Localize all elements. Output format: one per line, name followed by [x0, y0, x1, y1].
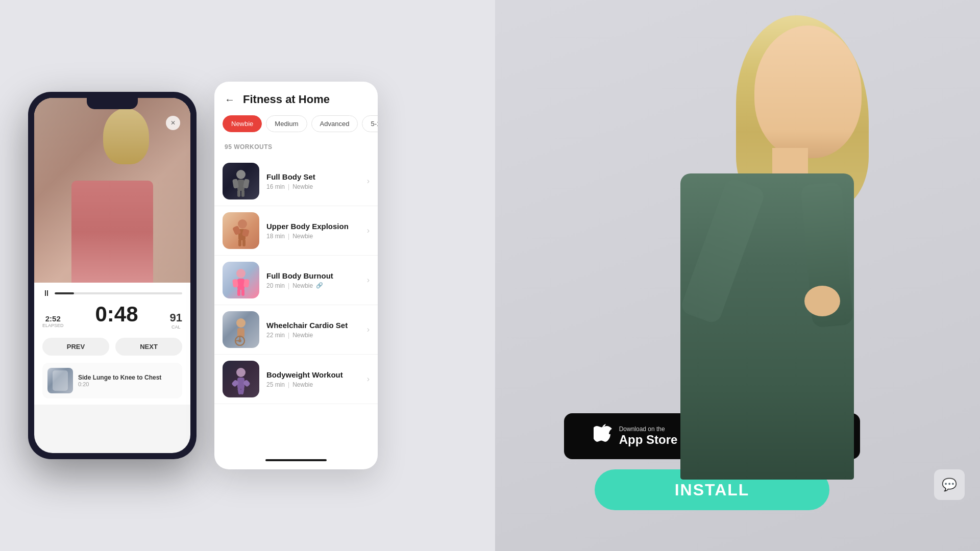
workout-thumb-2: [223, 212, 259, 249]
apple-icon: [594, 424, 612, 449]
svg-point-0: [236, 170, 246, 179]
svg-rect-22: [239, 336, 240, 341]
svg-rect-10: [238, 239, 241, 246]
workout-info-2: Upper Body Explosion 18 min | Newbie: [266, 222, 363, 240]
workout-meta-5: 25 min | Newbie: [266, 381, 363, 388]
page-container: Download on the App Store: [0, 0, 980, 551]
phone-cal-number: 91: [170, 311, 182, 324]
workout-duration-2: 18 min: [266, 233, 285, 240]
workout-level-4: Newbie: [292, 332, 313, 339]
app-workout-count: 95 WORKOUTS: [214, 139, 378, 157]
sep-2: |: [288, 233, 289, 240]
workout-thumb-4: [223, 311, 259, 348]
phone-elapsed-label: ELAPSED: [42, 323, 64, 328]
workout-duration-1: 16 min: [266, 183, 285, 190]
workout-info-4: Wheelchair Cardio Set 22 min | Newbie: [266, 321, 363, 339]
svg-point-24: [236, 368, 246, 377]
sep-5: |: [288, 381, 289, 388]
svg-point-6: [238, 219, 247, 229]
workout-thumb-5: [223, 361, 259, 397]
lock-icon-3: 🔗: [316, 282, 323, 289]
phone-nav-buttons: PREV NEXT: [42, 338, 182, 356]
svg-rect-11: [242, 239, 246, 246]
svg-rect-25: [237, 378, 244, 389]
svg-rect-3: [243, 179, 250, 188]
chevron-icon-3: ›: [367, 276, 370, 285]
phone-next-exercise-thumb: [47, 368, 73, 393]
phone-next-exercise-info: Side Lunge to Knee to Chest 0:20: [78, 374, 177, 387]
phone-next-button[interactable]: NEXT: [115, 338, 182, 356]
close-icon: ✕: [170, 119, 176, 127]
workout-name-5: Bodyweight Workout: [266, 370, 363, 379]
phone-progress-bar: [55, 292, 182, 294]
chevron-icon-2: ›: [367, 226, 370, 235]
phone-next-exercise-name: Side Lunge to Knee to Chest: [78, 374, 177, 381]
app-back-button[interactable]: ←: [225, 94, 235, 106]
chevron-icon-5: ›: [367, 374, 370, 384]
phone-mockup: ✕ ⏸ 2:52 EL: [28, 92, 197, 459]
app-header: ← Fitness at Home: [214, 82, 378, 113]
svg-rect-5: [241, 190, 244, 197]
workout-duration-3: 20 min: [266, 282, 285, 289]
workout-duration-4: 22 min: [266, 332, 285, 339]
phone-main-timer: 0:48: [95, 302, 138, 327]
phone-elapsed-time: 2:52: [42, 314, 64, 323]
workout-meta-3: 20 min | Newbie 🔗: [266, 282, 363, 289]
workout-item-upper-body[interactable]: Upper Body Explosion 18 min | Newbie ›: [214, 206, 378, 256]
svg-point-12: [236, 269, 246, 278]
filter-chip-advanced[interactable]: Advanced: [311, 115, 358, 132]
workout-name-1: Full Body Set: [266, 172, 363, 181]
app-panel: ← Fitness at Home Newbie Medium Advanced…: [214, 82, 378, 469]
phone-close-button[interactable]: ✕: [166, 116, 180, 130]
workout-thumb-3: [223, 262, 259, 298]
filter-chip-newbie[interactable]: Newbie: [223, 115, 262, 132]
workout-item-full-body-set[interactable]: Full Body Set 16 min | Newbie ›: [214, 157, 378, 206]
workout-info-1: Full Body Set 16 min | Newbie: [266, 172, 363, 190]
chevron-icon-4: ›: [367, 325, 370, 334]
app-store-text: Download on the App Store: [619, 425, 678, 447]
right-section: Download on the App Store: [495, 0, 980, 551]
support-chat-button[interactable]: 💬: [934, 469, 965, 500]
svg-rect-17: [241, 289, 244, 296]
phone-screen: ✕ ⏸ 2:52 EL: [34, 98, 190, 453]
workout-thumb-1: [223, 163, 259, 199]
phone-cal-label: CAL: [170, 324, 182, 330]
workout-item-full-body-burnout[interactable]: Full Body Burnout 20 min | Newbie 🔗 ›: [214, 256, 378, 305]
sep-3: |: [288, 282, 289, 289]
phone-workout-image: ✕: [34, 98, 190, 283]
chat-icon: 💬: [942, 478, 957, 492]
app-bottom-bar: [214, 455, 378, 469]
svg-rect-4: [237, 190, 240, 197]
app-store-title: App Store: [619, 433, 678, 447]
svg-point-18: [236, 318, 246, 328]
workout-level-3: Newbie: [292, 282, 313, 289]
workout-name-3: Full Body Burnout: [266, 271, 363, 280]
workout-duration-5: 25 min: [266, 381, 285, 388]
phone-progress-container: ⏸: [42, 289, 182, 298]
app-store-subtitle: Download on the: [619, 425, 678, 433]
svg-rect-1: [237, 180, 244, 191]
workout-name-4: Wheelchair Cardio Set: [266, 321, 363, 330]
svg-rect-2: [232, 179, 239, 188]
workout-item-bodyweight[interactable]: Bodyweight Workout 25 min | Newbie ›: [214, 355, 378, 404]
app-title: Fitness at Home: [243, 93, 330, 106]
svg-rect-13: [237, 279, 244, 290]
filter-chip-5-10[interactable]: 5-10 min: [362, 115, 378, 132]
phone-prev-button[interactable]: PREV: [42, 338, 109, 356]
workout-info-3: Full Body Burnout 20 min | Newbie 🔗: [266, 271, 363, 289]
workout-meta-4: 22 min | Newbie: [266, 332, 363, 339]
phone-notch: [87, 98, 138, 109]
phone-elapsed: 2:52 ELAPSED: [42, 314, 64, 328]
phone-progress-fill: [55, 292, 74, 294]
phone-next-exercise: Side Lunge to Knee to Chest 0:20: [42, 363, 182, 398]
install-label: INSTALL: [675, 481, 750, 499]
workout-meta-2: 18 min | Newbie: [266, 233, 363, 240]
app-filter-row: Newbie Medium Advanced 5-10 min 10-20 mi…: [214, 113, 378, 139]
phone-calories: 91 CAL: [170, 311, 182, 330]
filter-chip-medium[interactable]: Medium: [266, 115, 307, 132]
phone-controls: ⏸ 2:52 ELAPSED 0:48 91: [34, 283, 190, 405]
sep-4: |: [288, 332, 289, 339]
workout-item-wheelchair[interactable]: Wheelchair Cardio Set 22 min | Newbie ›: [214, 305, 378, 355]
workout-name-2: Upper Body Explosion: [266, 222, 363, 231]
pause-icon[interactable]: ⏸: [42, 289, 51, 298]
